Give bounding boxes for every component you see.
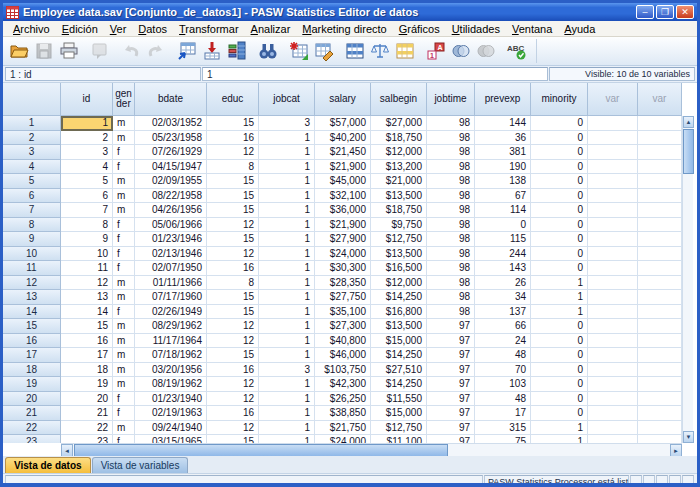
row-header[interactable]: 6 (3, 189, 61, 204)
empty-var-cell[interactable] (638, 247, 682, 262)
insert-cases-button[interactable] (287, 39, 311, 63)
data-cell[interactable]: 315 (475, 421, 531, 436)
data-cell[interactable]: $13,200 (371, 160, 427, 175)
save-document-button[interactable] (32, 39, 56, 63)
print-button[interactable] (57, 39, 81, 63)
data-cell[interactable]: 98 (427, 232, 475, 247)
data-cell[interactable]: 66 (475, 319, 531, 334)
menu-utilidades[interactable]: Utilidades (446, 22, 506, 36)
data-cell[interactable]: 0 (531, 218, 588, 233)
data-cell[interactable]: $35,100 (315, 305, 371, 320)
variables-button[interactable] (225, 39, 249, 63)
empty-var-cell[interactable] (638, 189, 682, 204)
cell-editor-input[interactable]: 1 (202, 67, 548, 81)
data-cell[interactable]: m (113, 377, 135, 392)
data-cell[interactable]: m (113, 319, 135, 334)
data-cell[interactable]: 0 (531, 247, 588, 262)
data-cell[interactable]: 98 (427, 160, 475, 175)
data-cell[interactable]: 04/15/1947 (135, 160, 207, 175)
data-cell[interactable]: 02/26/1949 (135, 305, 207, 320)
dialog-recall-button[interactable] (88, 39, 112, 63)
data-cell[interactable]: 12 (207, 319, 259, 334)
row-header[interactable]: 9 (3, 232, 61, 247)
row-header[interactable]: 12 (3, 276, 61, 291)
data-cell[interactable]: 13 (61, 290, 113, 305)
data-cell[interactable]: $46,000 (315, 348, 371, 363)
goto-variable-button[interactable] (200, 39, 224, 63)
scroll-left-button[interactable]: ◄ (61, 444, 73, 456)
empty-var-cell[interactable] (638, 392, 682, 407)
show-all-variables-button[interactable] (474, 39, 498, 63)
column-header-jobtime[interactable]: jobtime (427, 83, 475, 116)
data-cell[interactable]: $21,450 (315, 145, 371, 160)
scroll-up-button[interactable]: ▲ (683, 116, 694, 128)
data-cell[interactable]: 0 (531, 363, 588, 378)
data-cell[interactable]: 23 (61, 435, 113, 443)
column-header-salbegin[interactable]: salbegin (371, 83, 427, 116)
data-cell[interactable]: 02/19/1963 (135, 406, 207, 421)
empty-var-cell[interactable] (638, 174, 682, 189)
data-cell[interactable]: $28,350 (315, 276, 371, 291)
data-cell[interactable]: 7 (61, 203, 113, 218)
data-cell[interactable]: 12 (207, 377, 259, 392)
data-cell[interactable]: 15 (61, 319, 113, 334)
data-cell[interactable]: 1 (531, 276, 588, 291)
data-cell[interactable]: $27,300 (315, 319, 371, 334)
column-header-minority[interactable]: minority (531, 83, 588, 116)
row-header[interactable]: 23 (3, 435, 61, 443)
row-header[interactable]: 22 (3, 421, 61, 436)
data-cell[interactable]: 2 (61, 131, 113, 146)
data-cell[interactable]: f (113, 218, 135, 233)
data-cell[interactable]: m (113, 421, 135, 436)
data-cell[interactable]: 17 (61, 348, 113, 363)
empty-var-cell[interactable] (588, 174, 638, 189)
data-cell[interactable]: 381 (475, 145, 531, 160)
row-header[interactable]: 14 (3, 305, 61, 320)
data-cell[interactable]: $40,800 (315, 334, 371, 349)
data-cell[interactable]: 98 (427, 290, 475, 305)
data-cell[interactable]: 98 (427, 174, 475, 189)
data-cell[interactable]: 5 (61, 174, 113, 189)
data-cell[interactable]: 138 (475, 174, 531, 189)
data-cell[interactable]: 1 (531, 435, 588, 443)
data-cell[interactable]: m (113, 276, 135, 291)
spell-check-button[interactable]: ABC (505, 39, 529, 63)
data-cell[interactable]: 15 (207, 435, 259, 443)
data-cell[interactable]: 0 (531, 348, 588, 363)
close-button[interactable]: ✕ (676, 5, 694, 19)
data-cell[interactable]: 02/07/1950 (135, 261, 207, 276)
data-cell[interactable]: 15 (207, 174, 259, 189)
data-cell[interactable]: $13,500 (371, 189, 427, 204)
open-data-document-button[interactable] (7, 39, 31, 63)
empty-var-cell[interactable] (638, 334, 682, 349)
empty-var-cell[interactable] (588, 232, 638, 247)
row-header[interactable]: 15 (3, 319, 61, 334)
use-variable-sets-button[interactable] (449, 39, 473, 63)
row-header[interactable]: 17 (3, 348, 61, 363)
data-cell[interactable]: $24,000 (315, 247, 371, 262)
empty-var-cell[interactable] (638, 116, 682, 131)
empty-var-cell[interactable] (588, 203, 638, 218)
data-cell[interactable]: $36,000 (315, 203, 371, 218)
data-cell[interactable]: 97 (427, 435, 475, 443)
empty-var-cell[interactable] (588, 218, 638, 233)
insert-variable-button[interactable] (312, 39, 336, 63)
column-header-prevexp[interactable]: prevexp (475, 83, 531, 116)
data-cell[interactable]: 98 (427, 131, 475, 146)
empty-var-cell[interactable] (638, 131, 682, 146)
row-header[interactable]: 13 (3, 290, 61, 305)
selected-cell[interactable]: 1 (61, 116, 113, 131)
empty-var-cell[interactable] (638, 203, 682, 218)
horizontal-scrollbar[interactable]: ◄ ► (61, 443, 682, 456)
data-cell[interactable]: 244 (475, 247, 531, 262)
data-cell[interactable]: 97 (427, 392, 475, 407)
data-cell[interactable]: 15 (207, 203, 259, 218)
data-cell[interactable]: 15 (207, 116, 259, 131)
data-cell[interactable]: 0 (531, 160, 588, 175)
data-cell[interactable]: 12 (207, 218, 259, 233)
corner-header[interactable] (3, 83, 61, 116)
data-cell[interactable]: $16,500 (371, 261, 427, 276)
data-cell[interactable]: $26,250 (315, 392, 371, 407)
data-cell[interactable]: f (113, 305, 135, 320)
data-cell[interactable]: 14 (61, 305, 113, 320)
